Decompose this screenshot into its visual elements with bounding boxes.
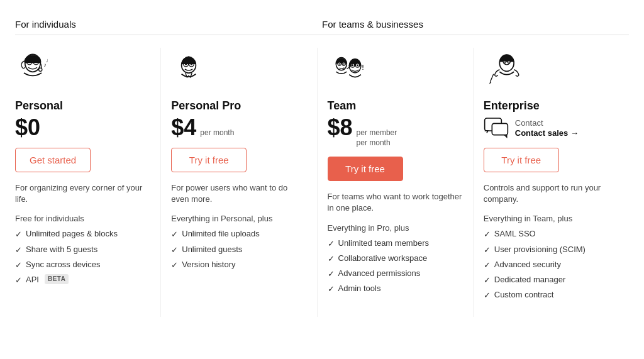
svg-text:♩: ♩	[46, 58, 48, 62]
team-illustration	[328, 48, 378, 93]
team-tagline: For teams who want to work together in o…	[328, 191, 463, 214]
enterprise-tagline: Controls and support to run your company…	[484, 182, 619, 205]
svg-point-26	[362, 69, 364, 70]
individuals-label: For individuals	[15, 19, 322, 30]
check-icon: ✓	[171, 260, 178, 271]
check-icon: ✓	[328, 253, 335, 265]
personal-pro-price-row: $4 per month	[171, 116, 306, 139]
personal-price-row: $0	[15, 116, 150, 139]
feature-unlimited-members: ✓ Unlimited team members	[328, 238, 463, 250]
personal-get-started-button[interactable]: Get started	[15, 148, 91, 172]
enterprise-try-button[interactable]: Try it free	[484, 148, 559, 172]
feature-unlimited-pages: ✓ Unlimited pages & blocks	[15, 228, 150, 240]
team-try-button[interactable]: Try it free	[328, 157, 403, 181]
enterprise-plan-name: Enterprise	[484, 99, 619, 113]
personal-pro-plan-name: Personal Pro	[171, 99, 306, 113]
personal-plan-name: Personal	[15, 99, 150, 113]
plans-container: ♪ ♩ Personal $0 Get started For organizi…	[15, 48, 629, 317]
contact-label: Contact	[515, 118, 579, 128]
feature-advanced-permissions: ✓ Advanced permissions	[328, 268, 463, 280]
feature-collaborative-workspace: ✓ Collaborative workspace	[328, 253, 463, 265]
divider-right	[322, 35, 629, 35]
check-icon: ✓	[171, 229, 178, 240]
chat-icon	[484, 116, 509, 139]
enterprise-contact: Contact Contact sales →	[484, 116, 579, 139]
feature-user-provisioning: ✓ User provisioning (SCIM)	[484, 244, 619, 256]
teams-label: For teams & businesses	[322, 19, 629, 30]
enterprise-features-header: Everything in Team, plus	[484, 214, 619, 223]
personal-pro-period: per month	[200, 128, 234, 138]
svg-point-19	[343, 63, 344, 64]
check-icon: ✓	[484, 229, 491, 240]
feature-admin-tools: ✓ Admin tools	[328, 283, 463, 295]
check-icon: ✓	[15, 260, 22, 271]
check-icon: ✓	[484, 290, 491, 301]
personal-illustration: ♪ ♩	[15, 48, 65, 93]
team-features-header: Everything in Pro, plus	[328, 223, 463, 233]
feature-unlimited-uploads: ✓ Unlimited file uploads	[171, 228, 306, 240]
sections-header: For individuals For teams & businesses	[15, 19, 629, 30]
plan-team: Team $8 per memberper month Try it free …	[318, 48, 474, 317]
feature-share-guests: ✓ Share with 5 guests	[15, 244, 150, 256]
feature-sync-devices: ✓ Sync across devices	[15, 259, 150, 271]
feature-advanced-security: ✓ Advanced security	[484, 259, 619, 271]
check-icon: ✓	[484, 260, 491, 271]
team-period: per memberper month	[357, 128, 397, 148]
team-plan-name: Team	[328, 99, 463, 113]
personal-pro-illustration	[171, 48, 221, 93]
svg-point-30	[504, 61, 505, 62]
svg-point-31	[508, 61, 509, 62]
svg-point-18	[338, 63, 340, 64]
feature-saml-sso: ✓ SAML SSO	[484, 228, 619, 240]
feature-dedicated-manager: ✓ Dedicated manager	[484, 274, 619, 286]
contact-sales-link[interactable]: Contact sales →	[515, 128, 579, 138]
svg-line-32	[490, 74, 493, 81]
team-price: $8	[328, 116, 353, 139]
enterprise-price-row: Contact Contact sales →	[484, 116, 619, 139]
check-icon: ✓	[328, 268, 335, 280]
feature-api: ✓ API BETA	[15, 274, 150, 286]
enterprise-illustration	[484, 48, 534, 93]
check-icon: ✓	[484, 275, 491, 286]
personal-price: $0	[15, 116, 40, 139]
feature-unlimited-guests: ✓ Unlimited guests	[171, 244, 306, 256]
check-icon: ✓	[15, 229, 22, 240]
check-icon: ✓	[15, 275, 22, 286]
check-icon: ✓	[484, 245, 491, 256]
plan-personal-pro: Personal Pro $4 per month Try it free Fo…	[161, 48, 317, 317]
plan-enterprise: Enterprise Contact Contact sales → Try i…	[474, 48, 629, 317]
check-icon: ✓	[15, 245, 22, 256]
check-icon: ✓	[328, 284, 335, 295]
check-icon: ✓	[328, 238, 335, 250]
svg-rect-34	[492, 123, 508, 135]
pricing-page: For individuals For teams & businesses	[0, 0, 644, 359]
personal-pro-price: $4	[171, 116, 196, 139]
svg-point-6	[39, 68, 42, 71]
enterprise-contact-text: Contact Contact sales →	[515, 118, 579, 138]
plan-personal: ♪ ♩ Personal $0 Get started For organizi…	[15, 48, 161, 317]
personal-features-header: Free for individuals	[15, 214, 150, 223]
api-beta-badge: BETA	[45, 274, 69, 284]
personal-pro-tagline: For power users who want to do even more…	[171, 182, 306, 205]
divider-left	[15, 35, 322, 35]
check-icon: ✓	[171, 245, 178, 256]
personal-tagline: For organizing every corner of your life…	[15, 182, 150, 205]
feature-version-history: ✓ Version history	[171, 259, 306, 271]
team-price-row: $8 per memberper month	[328, 116, 463, 148]
divider-row	[15, 35, 629, 35]
svg-point-24	[357, 64, 358, 66]
personal-pro-try-button[interactable]: Try it free	[171, 148, 247, 172]
personal-pro-features-header: Everything in Personal, plus	[171, 214, 306, 223]
feature-custom-contract: ✓ Custom contract	[484, 289, 619, 301]
